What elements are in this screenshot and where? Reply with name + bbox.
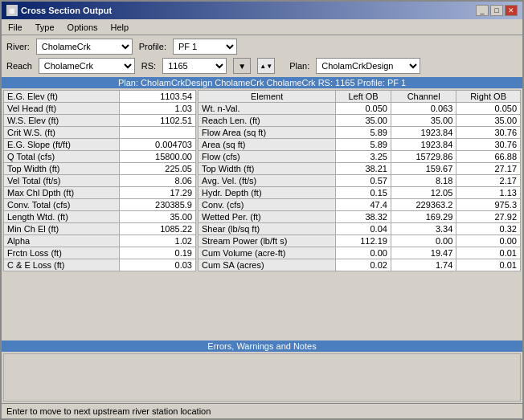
profile-label: Profile:	[139, 42, 166, 51]
errors-content	[3, 353, 521, 402]
right-table-header: Element	[199, 91, 336, 103]
left-data-table: E.G. Elev (ft)1103.54Vel Head (ft)1.03W.…	[3, 90, 196, 271]
table-row: Flow (cfs)3.2515729.8666.88	[199, 151, 521, 163]
table-row: Max Chl Dpth (ft)17.29	[4, 187, 196, 199]
right-table-element: Stream Power (lb/ft s)	[199, 235, 336, 247]
left-table-label: E.G. Elev (ft)	[4, 91, 120, 103]
left-table-value: 230385.9	[120, 199, 196, 211]
right-table-value: 12.05	[391, 187, 456, 199]
right-table-value: 1.13	[456, 187, 521, 199]
errors-bar: Errors, Warnings and Notes	[2, 340, 522, 352]
right-table-element: Conv. (cfs)	[199, 199, 336, 211]
left-table-value	[120, 127, 196, 139]
window-title: Cross Section Output	[21, 6, 112, 15]
right-table-header-row: ElementLeft OBChannelRight OB	[199, 91, 521, 103]
right-table-value: 27.92	[456, 211, 521, 223]
table-row: Alpha1.02	[4, 235, 196, 247]
left-table-value: 225.05	[120, 163, 196, 175]
left-table-label: Length Wtd. (ft)	[4, 211, 120, 223]
rs-up-button[interactable]: ▲▼	[257, 58, 275, 74]
left-table-value: 1103.54	[120, 91, 196, 103]
maximize-button[interactable]: □	[490, 5, 503, 16]
right-table-value: 0.57	[336, 175, 391, 187]
table-row: Min Ch El (ft)1085.22	[4, 223, 196, 235]
river-label: River:	[6, 42, 30, 51]
right-table-value: 35.00	[391, 115, 456, 127]
main-window: ▦ Cross Section Output _ □ ✕ File Type O…	[0, 0, 524, 420]
rs-down-button[interactable]: ▼	[233, 58, 251, 74]
reach-select[interactable]: CholameCrk	[39, 58, 135, 74]
right-table-value: 0.00	[456, 235, 521, 247]
right-table-value: 35.00	[456, 115, 521, 127]
table-row: Flow Area (sq ft)5.891923.8430.76	[199, 127, 521, 139]
right-table-element: Shear (lb/sq ft)	[199, 223, 336, 235]
right-table-value: 15729.86	[391, 151, 456, 163]
table-row: Avg. Vel. (ft/s)0.578.182.17	[199, 175, 521, 187]
right-table-value: 1923.84	[391, 139, 456, 151]
river-select[interactable]: CholameCrk	[36, 39, 133, 55]
right-table-value: 2.17	[456, 175, 521, 187]
menu-file[interactable]: File	[5, 22, 26, 33]
right-table-element: Top Width (ft)	[199, 163, 336, 175]
right-table-element: Cum SA (acres)	[199, 259, 336, 271]
right-table-element: Area (sq ft)	[199, 139, 336, 151]
right-table-value: 19.47	[391, 247, 456, 259]
right-table-element: Reach Len. (ft)	[199, 115, 336, 127]
table-row: Wt. n-Val.0.0500.0630.050	[199, 103, 521, 115]
left-table-value: 8.06	[120, 175, 196, 187]
right-table-value: 159.67	[391, 163, 456, 175]
table-row: Area (sq ft)5.891923.8430.76	[199, 139, 521, 151]
right-table-element: Flow Area (sq ft)	[199, 127, 336, 139]
table-row: Stream Power (lb/ft s)112.190.000.00	[199, 235, 521, 247]
right-table-value: 3.34	[391, 223, 456, 235]
table-row: Crit W.S. (ft)	[4, 127, 196, 139]
menu-options[interactable]: Options	[64, 22, 101, 33]
left-table-label: C & E Loss (ft)	[4, 259, 120, 271]
left-table-value: 1.02	[120, 235, 196, 247]
right-table-value: 0.063	[391, 103, 456, 115]
menu-help[interactable]: Help	[108, 22, 133, 33]
close-button[interactable]: ✕	[505, 5, 518, 16]
right-table-value: 0.01	[456, 259, 521, 271]
table-row: Top Width (ft)225.05	[4, 163, 196, 175]
rs-select[interactable]: 1165	[162, 58, 227, 74]
right-table-value: 30.76	[456, 139, 521, 151]
right-table-value: 0.050	[456, 103, 521, 115]
table-row: Cum Volume (acre-ft)0.0019.470.01	[199, 247, 521, 259]
left-table-value: 0.004703	[120, 139, 196, 151]
left-table-label: W.S. Elev (ft)	[4, 115, 120, 127]
left-table-label: Max Chl Dpth (ft)	[4, 187, 120, 199]
right-table-value: 27.17	[456, 163, 521, 175]
plan-select[interactable]: CholamCrkDesign	[316, 58, 420, 74]
table-row: W.S. Elev (ft)1102.51	[4, 115, 196, 127]
right-table-value: 1.74	[391, 259, 456, 271]
right-table-value: 169.29	[391, 211, 456, 223]
left-table-label: E.G. Slope (ft/ft)	[4, 139, 120, 151]
left-table-label: Conv. Total (cfs)	[4, 199, 120, 211]
right-table-header: Channel	[391, 91, 456, 103]
minimize-button[interactable]: _	[476, 5, 489, 16]
table-row: Reach Len. (ft)35.0035.0035.00	[199, 115, 521, 127]
table-row: Shear (lb/sq ft)0.043.340.32	[199, 223, 521, 235]
table-row: Frctn Loss (ft)0.19	[4, 247, 196, 259]
right-table-element: Flow (cfs)	[199, 151, 336, 163]
right-table-header: Right OB	[456, 91, 521, 103]
right-data-table: ElementLeft OBChannelRight OB Wt. n-Val.…	[198, 90, 521, 271]
table-row: E.G. Elev (ft)1103.54	[4, 91, 196, 103]
tables-area: E.G. Elev (ft)1103.54Vel Head (ft)1.03W.…	[2, 88, 522, 340]
table-row: Length Wtd. (ft)35.00	[4, 211, 196, 223]
left-table-label: Top Width (ft)	[4, 163, 120, 175]
profile-select[interactable]: PF 1	[173, 39, 237, 55]
status-top-bar: Plan: CholamCrkDesign CholameCrk Cholame…	[2, 77, 522, 88]
table-row: Top Width (ft)38.21159.6727.17	[199, 163, 521, 175]
menu-type[interactable]: Type	[32, 22, 58, 33]
right-table-value: 0.01	[456, 247, 521, 259]
right-table-value: 35.00	[336, 115, 391, 127]
table-row: Hydr. Depth (ft)0.1512.051.13	[199, 187, 521, 199]
left-table-label: Q Total (cfs)	[4, 151, 120, 163]
right-table-value: 0.00	[391, 235, 456, 247]
right-table-value: 38.21	[336, 163, 391, 175]
reach-label: Reach	[6, 61, 32, 71]
right-table-value: 0.02	[336, 259, 391, 271]
table-row: Wetted Per. (ft)38.32169.2927.92	[199, 211, 521, 223]
